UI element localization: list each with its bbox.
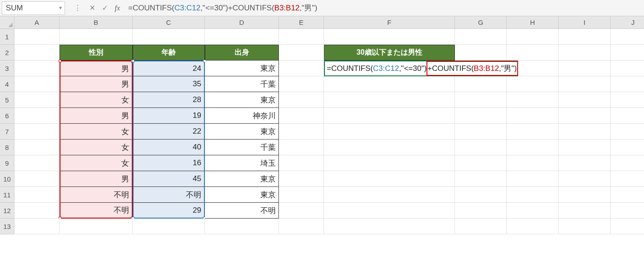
cell-H8[interactable] bbox=[507, 140, 559, 155]
col-header-B[interactable]: B bbox=[60, 16, 133, 29]
cell-D2[interactable]: 出身 bbox=[205, 45, 279, 61]
col-header-D[interactable]: D bbox=[205, 16, 279, 29]
cell-H4[interactable] bbox=[507, 76, 559, 92]
cell-C7[interactable]: 22 bbox=[133, 124, 205, 140]
formula-input[interactable]: =COUNTIFS(C3:C12,"<=30")+COUNTIFS(B3:B12… bbox=[124, 0, 644, 16]
cell-J8[interactable] bbox=[611, 140, 644, 155]
cell-H6[interactable] bbox=[507, 108, 559, 124]
cell-F13[interactable] bbox=[324, 219, 455, 234]
cell-F2[interactable]: 30歳以下または男性 bbox=[324, 45, 455, 61]
cell-H2[interactable] bbox=[507, 45, 559, 61]
col-header-A[interactable]: A bbox=[14, 16, 60, 29]
col-header-F[interactable]: F bbox=[324, 16, 455, 29]
cell-I8[interactable] bbox=[559, 140, 611, 155]
cell-D4[interactable]: 千葉 bbox=[205, 76, 279, 92]
cell-I4[interactable] bbox=[559, 76, 611, 92]
cell-I6[interactable] bbox=[559, 108, 611, 124]
row-header-5[interactable]: 5 bbox=[0, 92, 14, 108]
cell-G9[interactable] bbox=[455, 155, 507, 171]
cell-E2[interactable] bbox=[279, 45, 324, 61]
cell-H12[interactable] bbox=[507, 203, 559, 219]
cancel-icon[interactable]: ✕ bbox=[86, 0, 98, 16]
row-header-12[interactable]: 12 bbox=[0, 203, 14, 219]
cell-B1[interactable] bbox=[60, 29, 133, 45]
row-header-10[interactable]: 10 bbox=[0, 171, 14, 187]
col-header-H[interactable]: H bbox=[507, 16, 559, 29]
cell-F7[interactable] bbox=[324, 124, 455, 140]
cell-A9[interactable] bbox=[14, 155, 60, 171]
row-header-11[interactable]: 11 bbox=[0, 187, 14, 203]
cell-G8[interactable] bbox=[455, 140, 507, 155]
cell-J9[interactable] bbox=[611, 155, 644, 171]
cell-C1[interactable] bbox=[133, 29, 205, 45]
cell-A8[interactable] bbox=[14, 140, 60, 155]
cell-B13[interactable] bbox=[60, 219, 133, 234]
cell-J3[interactable] bbox=[611, 61, 644, 76]
row-header-13[interactable]: 13 bbox=[0, 219, 14, 234]
row-header-3[interactable]: 3 bbox=[0, 61, 14, 76]
cell-H10[interactable] bbox=[507, 171, 559, 187]
cell-B8[interactable]: 女 bbox=[60, 140, 133, 155]
cell-F4[interactable] bbox=[324, 76, 455, 92]
cell-F1[interactable] bbox=[324, 29, 455, 45]
cell-A5[interactable] bbox=[14, 92, 60, 108]
cell-I10[interactable] bbox=[559, 171, 611, 187]
cell-E3[interactable] bbox=[279, 61, 324, 76]
cell-C9[interactable]: 16 bbox=[133, 155, 205, 171]
cell-E7[interactable] bbox=[279, 124, 324, 140]
row-header-4[interactable]: 4 bbox=[0, 76, 14, 92]
cell-J5[interactable] bbox=[611, 92, 644, 108]
cell-C12[interactable]: 29 bbox=[133, 203, 205, 219]
selection-handle[interactable] bbox=[59, 60, 61, 62]
cell-H11[interactable] bbox=[507, 187, 559, 203]
cell-A3[interactable] bbox=[14, 61, 60, 76]
cell-I2[interactable] bbox=[559, 45, 611, 61]
cell-A11[interactable] bbox=[14, 187, 60, 203]
cell-G7[interactable] bbox=[455, 124, 507, 140]
cell-I1[interactable] bbox=[559, 29, 611, 45]
cell-B3[interactable]: 男 bbox=[60, 61, 133, 76]
cell-H13[interactable] bbox=[507, 219, 559, 234]
cell-B7[interactable]: 女 bbox=[60, 124, 133, 140]
cell-A4[interactable] bbox=[14, 76, 60, 92]
cell-B2[interactable]: 性別 bbox=[60, 45, 133, 61]
cell-H9[interactable] bbox=[507, 155, 559, 171]
dropdown-icon[interactable]: ▼ bbox=[58, 5, 63, 10]
cell-B12[interactable]: 不明 bbox=[60, 203, 133, 219]
cell-A2[interactable] bbox=[14, 45, 60, 61]
cell-G12[interactable] bbox=[455, 203, 507, 219]
cell-D10[interactable]: 東京 bbox=[205, 171, 279, 187]
cell-G13[interactable] bbox=[455, 219, 507, 234]
cell-J7[interactable] bbox=[611, 124, 644, 140]
cell-C11[interactable]: 不明 bbox=[133, 187, 205, 203]
grid[interactable]: 性別年齢出身30歳以下または男性男24東京=COUNTIFS(C3:C12,"<… bbox=[14, 29, 644, 234]
cell-E6[interactable] bbox=[279, 108, 324, 124]
cell-F10[interactable] bbox=[324, 171, 455, 187]
cell-C6[interactable]: 19 bbox=[133, 108, 205, 124]
cell-D8[interactable]: 千葉 bbox=[205, 140, 279, 155]
cell-E4[interactable] bbox=[279, 76, 324, 92]
cell-B6[interactable]: 男 bbox=[60, 108, 133, 124]
cell-E11[interactable] bbox=[279, 187, 324, 203]
cell-G6[interactable] bbox=[455, 108, 507, 124]
cell-E1[interactable] bbox=[279, 29, 324, 45]
cell-A12[interactable] bbox=[14, 203, 60, 219]
cell-J11[interactable] bbox=[611, 187, 644, 203]
cell-J10[interactable] bbox=[611, 171, 644, 187]
cell-F5[interactable] bbox=[324, 92, 455, 108]
cell-G10[interactable] bbox=[455, 171, 507, 187]
enter-icon[interactable]: ✓ bbox=[98, 0, 111, 16]
selection-handle[interactable] bbox=[132, 60, 134, 62]
cell-C8[interactable]: 40 bbox=[133, 140, 205, 155]
cell-C13[interactable] bbox=[133, 219, 205, 234]
cell-J4[interactable] bbox=[611, 76, 644, 92]
cell-G1[interactable] bbox=[455, 29, 507, 45]
row-header-6[interactable]: 6 bbox=[0, 108, 14, 124]
cell-C4[interactable]: 35 bbox=[133, 76, 205, 92]
cell-H5[interactable] bbox=[507, 92, 559, 108]
more-icon[interactable]: ⋮ bbox=[71, 0, 84, 16]
cell-A6[interactable] bbox=[14, 108, 60, 124]
cell-D5[interactable]: 東京 bbox=[205, 92, 279, 108]
cell-G2[interactable] bbox=[455, 45, 507, 61]
cell-D7[interactable]: 東京 bbox=[205, 124, 279, 140]
